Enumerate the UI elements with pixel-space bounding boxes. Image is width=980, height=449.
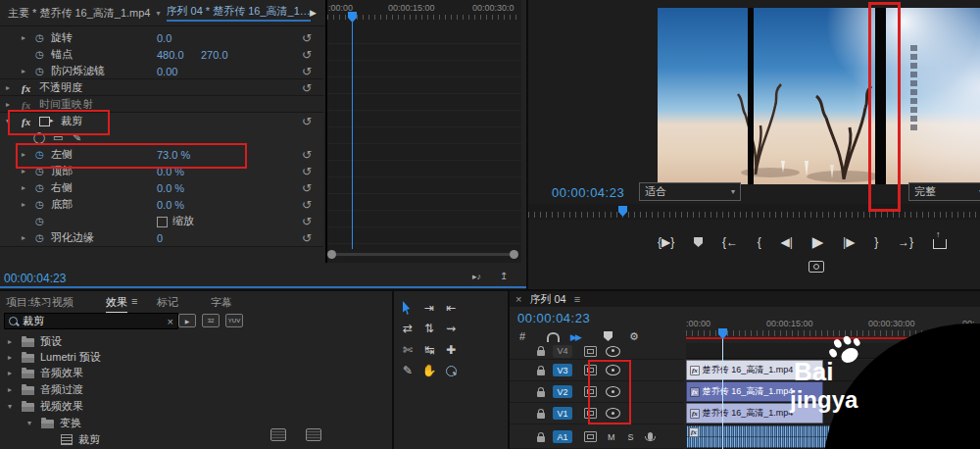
chevron-right-icon[interactable]: ▸	[22, 67, 25, 75]
chevron-down-icon[interactable]: ▾	[157, 9, 161, 18]
stopwatch-icon[interactable]: ◷	[35, 200, 44, 210]
go-to-out-button[interactable]: →}	[898, 235, 913, 249]
slip-tool[interactable]: ↹	[419, 341, 439, 359]
panel-menu-icon[interactable]: ≡	[131, 295, 137, 307]
tree-item-crop-effect[interactable]: 裁剪	[61, 432, 100, 447]
monitor-timecode[interactable]: 00:00:04:23	[552, 185, 624, 200]
pen-tool[interactable]: ✎	[398, 362, 417, 379]
reset-icon[interactable]: ↺	[302, 48, 312, 62]
reset-icon[interactable]: ↺	[302, 31, 312, 45]
property-value[interactable]: 0	[157, 232, 163, 244]
reset-icon[interactable]: ↺	[302, 231, 312, 245]
hand-tool[interactable]: ✋	[419, 362, 439, 379]
tab-effects[interactable]: 效果	[106, 295, 127, 314]
stopwatch-icon[interactable]: ◷	[35, 50, 44, 60]
new-preset-bin-button[interactable]	[306, 428, 321, 441]
chevron-right-icon[interactable]: ▸	[6, 83, 10, 92]
track-select-forward-tool[interactable]: ⇥	[419, 299, 439, 317]
reset-icon[interactable]: ↺	[302, 198, 312, 212]
playback-quality-select[interactable]: 完整 ▾	[908, 182, 980, 201]
play-audio-icon[interactable]: ▸♪	[472, 272, 481, 281]
play-in-out-button[interactable]: {▶}	[658, 235, 674, 249]
32bit-effects-badge[interactable]: 32	[202, 314, 220, 327]
zoom-level-select[interactable]: 适合 ▾	[639, 182, 741, 201]
track-visibility-eye-icon[interactable]	[606, 346, 620, 357]
timeline-settings-icon[interactable]: ⚙	[629, 330, 639, 343]
property-row-crop-right[interactable]: ▸ ◷ 右侧 0.0 % ↺	[0, 179, 323, 196]
mark-in-button[interactable]: {	[758, 235, 761, 249]
lock-icon[interactable]	[537, 370, 545, 375]
step-forward-button[interactable]: |▶	[843, 235, 855, 249]
chevron-down-icon[interactable]: ▾	[27, 419, 35, 427]
clear-search-icon[interactable]: ×	[168, 316, 173, 327]
snap-magnet-icon[interactable]	[547, 332, 560, 342]
track-label-v4[interactable]: V4	[553, 345, 572, 358]
clip-a1-audio[interactable]: fx	[686, 425, 837, 448]
tree-item-presets[interactable]: ▸ 预设	[8, 334, 62, 349]
play-button[interactable]: ▶	[812, 233, 824, 251]
property-value[interactable]: 0.0	[157, 32, 172, 44]
property-row-crop-bottom[interactable]: ▸ ◷ 底部 0.0 % ↺	[0, 196, 323, 213]
nest-sequence-icon[interactable]: #	[519, 330, 525, 342]
yuv-effects-badge[interactable]: YUV	[225, 314, 243, 327]
sequence-clip-tab[interactable]: 序列 04 * 楚乔传 16_高清_1…	[167, 4, 311, 22]
tree-item-video-effects[interactable]: ▾ 视频效果	[8, 399, 83, 414]
tree-item-lumetri-presets[interactable]: ▸ Lumetri 预设	[8, 350, 101, 365]
property-row-anchor[interactable]: ◷ 锚点 480.0 270.0 ↺	[0, 46, 323, 63]
tree-item-transform[interactable]: ▾ 变换	[27, 416, 81, 430]
property-value[interactable]: 0.0 %	[157, 199, 184, 211]
add-marker-icon[interactable]	[694, 237, 703, 247]
tree-item-audio-transitions[interactable]: ▸ 音频过渡	[8, 382, 83, 397]
razor-tool[interactable]: ✄	[398, 341, 417, 359]
chevron-right-icon[interactable]: ▸	[8, 385, 16, 394]
tab-project[interactable]: 项目:练习视频	[6, 295, 74, 310]
sequence-tab[interactable]: 序列 04	[529, 292, 565, 307]
chevron-down-icon[interactable]: ▾	[8, 402, 16, 411]
playhead[interactable]	[348, 12, 357, 23]
close-icon[interactable]: ×	[515, 293, 521, 305]
rolling-edit-tool[interactable]: ⇅	[419, 320, 439, 337]
property-row-antiflicker[interactable]: ▸ ◷ 防闪烁滤镜 0.00 ↺	[0, 63, 323, 79]
track-label-a1[interactable]: A1	[553, 430, 572, 443]
track-label-v2[interactable]: V2	[553, 385, 572, 398]
lock-icon[interactable]	[537, 436, 545, 442]
ecp-timecode[interactable]: 00:00:04:23	[4, 272, 66, 285]
camera-icon[interactable]	[808, 261, 824, 273]
reset-icon[interactable]: ↺	[302, 148, 312, 162]
tab-markers[interactable]: 标记	[157, 295, 178, 310]
accelerated-effects-badge[interactable]: ▶	[178, 314, 196, 327]
tree-item-audio-effects[interactable]: ▸ 音频效果	[8, 366, 83, 380]
reset-icon[interactable]: ↺	[302, 115, 312, 128]
lock-icon[interactable]	[537, 391, 545, 397]
zoom-checkbox[interactable]	[157, 217, 168, 227]
stopwatch-icon[interactable]: ◷	[35, 217, 44, 226]
go-to-in-button[interactable]: {←	[722, 235, 738, 249]
chevron-right-icon[interactable]: ▸	[22, 33, 25, 42]
stopwatch-icon[interactable]: ◷	[35, 33, 44, 43]
property-value-y[interactable]: 270.0	[201, 49, 228, 61]
mark-out-button[interactable]: }	[874, 235, 878, 249]
property-row-rotation[interactable]: ▸ ◷ 旋转 0.0 ↺	[0, 29, 323, 46]
stopwatch-icon[interactable]: ◷	[35, 67, 44, 76]
monitor-ruler[interactable]	[528, 204, 980, 220]
effect-controls-timeline[interactable]: :00:00 00:00:15:00 00:00:30:0	[325, 0, 521, 263]
property-row-crop-zoom[interactable]: ◷ 缩放 ↺	[0, 213, 323, 229]
track-label-v1[interactable]: V1	[553, 407, 572, 420]
source-clip-tab[interactable]: 主要 * 楚乔传 16_高清_1.mp4	[8, 6, 151, 21]
property-value[interactable]: 480.0	[157, 49, 184, 61]
voiceover-mic-icon[interactable]	[648, 432, 653, 440]
source-patch-icon[interactable]	[584, 431, 597, 442]
reset-icon[interactable]: ↺	[302, 165, 312, 178]
export-frame-icon[interactable]	[933, 239, 947, 249]
stopwatch-icon[interactable]: ◷	[35, 233, 44, 243]
solo-button[interactable]: S	[628, 432, 634, 442]
reset-icon[interactable]: ↺	[302, 81, 312, 95]
chevron-right-icon[interactable]: ▸	[22, 200, 25, 209]
zoom-tool[interactable]	[441, 362, 461, 379]
property-value[interactable]: 0.0 %	[157, 182, 184, 194]
track-select-backward-tool[interactable]: ⇤	[441, 299, 461, 317]
reset-icon[interactable]: ↺	[302, 215, 312, 228]
chevron-right-icon[interactable]: ▸	[22, 183, 25, 192]
chevron-right-icon[interactable]: ▸	[22, 233, 25, 242]
chevron-right-icon[interactable]: ▸	[8, 369, 16, 377]
